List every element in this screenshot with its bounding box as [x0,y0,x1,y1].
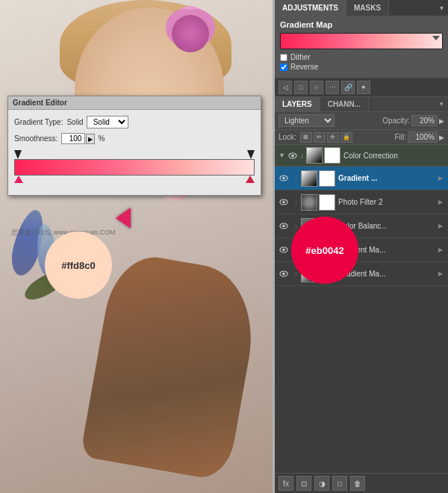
layer-2-name: Photo Filter 2 [338,198,437,206]
blend-mode-row: Lighten Normal Multiply Screen Overlay O… [275,112,448,130]
layer-5-more-btn[interactable]: ▶ [437,269,444,279]
gradient-preview-dropdown[interactable] [432,36,440,40]
layers-panel: ◁ □ ○ ⋯ 🔗 ✦ LAYERS CHANN... ▾ Lighten No… [275,78,448,493]
tab-layers[interactable]: LAYERS [275,97,320,111]
gradient-bar[interactable] [14,159,255,176]
add-layer-style-btn[interactable]: fx [279,476,293,491]
dither-checkbox[interactable] [280,54,287,61]
group-eye-icon[interactable] [287,150,298,161]
layers-tool-btn-1[interactable]: ◁ [279,81,292,94]
delete-layer-btn[interactable]: 🗑 [350,476,365,491]
svg-point-7 [282,225,285,228]
new-layer-btn[interactable]: □ [332,476,347,491]
opacity-arrow[interactable]: ▶ [439,117,444,125]
gradient-editor-dialog: Gradient Editor Gradient Type: Solid Sol… [7,96,261,196]
canvas-overlay [0,0,273,493]
reverse-row: Reverse [280,63,443,71]
gradient-options: Dither Reverse [280,53,443,71]
gradient-editor-body: Gradient Type: Solid Solid Noise Smoothn… [8,110,261,195]
layer-1-name: Gradient ... [338,174,437,182]
group-thumb-1 [306,147,323,164]
reverse-label[interactable]: Reverse [290,63,318,71]
layer-3-name: Color Balanc... [338,222,437,230]
adjustments-tabs: ADJUSTMENTS MASKS ▾ [275,0,448,16]
color-swatch-right: #eb0042 [291,217,358,284]
group-thumb-2 [324,147,340,164]
smoothness-arrow-btn[interactable]: ▶ [86,134,95,144]
gradient-map-title: Gradient Map [280,20,443,29]
layer-1-thumb-1 [301,170,317,187]
layer-1-eye[interactable] [279,173,289,184]
lock-all-btn[interactable]: 🔒 [340,132,352,143]
layer-2-eye[interactable] [279,197,289,208]
dither-label[interactable]: Dither [290,53,311,61]
gradient-preview-wrapper [280,33,443,49]
layer-group-header[interactable]: ▼ ↓ Color Correction [275,145,448,167]
layer-item-1[interactable]: ↓ Gradient ... ▶ [275,167,448,190]
reverse-checkbox[interactable] [280,63,287,71]
left-stop-arrow-indicator [116,208,131,229]
layers-toolbar: ◁ □ ○ ⋯ 🔗 ✦ [275,78,448,97]
fill-label: Fill: [394,133,406,141]
smoothness-label: Smoothness: [14,134,57,143]
layer-2-more-btn[interactable]: ▶ [437,197,444,208]
stop-marker-opacity-right[interactable] [247,150,255,159]
lock-position-btn[interactable]: ✛ [327,132,339,143]
gradient-editor-header: Gradient Editor [8,96,261,110]
tab-channels[interactable]: CHANN... [320,97,369,111]
add-mask-btn[interactable]: ⊡ [296,476,311,491]
gradient-type-select[interactable]: Solid Noise [87,116,128,128]
layer-3-eye[interactable] [279,221,289,232]
lock-label: Lock: [279,133,296,141]
tab-masks[interactable]: MASKS [346,0,389,16]
lock-fill-row: Lock: ⊠ ✏ ✛ 🔒 Fill: 100% ▶ [275,130,448,145]
smoothness-value: 100 [61,133,85,144]
stop-marker-color-left[interactable] [14,176,23,186]
group-link-icon: ↓ [300,152,305,159]
layer-1-link: ↓ [292,173,299,184]
layer-1-more-btn[interactable]: ▶ [437,173,444,184]
layers-tool-btn-4[interactable]: ⋯ [326,81,339,94]
gradient-map-section: Gradient Map Dither Reverse [275,16,448,78]
panel-collapse-btn[interactable]: ▾ [435,0,448,16]
lock-icons: ⊠ ✏ ✛ 🔒 [300,132,352,143]
fill-arrow[interactable]: ▶ [439,134,444,141]
fill-value: 100% [408,131,438,143]
lock-pixels-btn[interactable]: ✏ [314,132,326,143]
svg-point-9 [282,249,285,252]
gradient-stops-top [14,150,255,159]
blend-mode-select[interactable]: Lighten Normal Multiply Screen Overlay [279,114,335,127]
group-arrow-icon: ▼ [279,152,285,159]
new-fill-layer-btn[interactable]: ◑ [314,476,329,491]
gradient-preview-bar[interactable] [280,33,443,49]
opacity-row: Opacity: 20% ▶ [382,115,444,126]
layer-2-link: ↓ [292,197,299,208]
lock-transparent-btn[interactable]: ⊠ [300,132,312,143]
svg-point-11 [282,273,285,276]
layer-1-thumb-2 [319,170,335,187]
layers-tool-btn-2[interactable]: □ [294,81,308,94]
layer-4-eye[interactable] [279,245,289,255]
opacity-value: 20% [411,115,438,126]
tab-adjustments[interactable]: ADJUSTMENTS [275,0,346,16]
canvas-area: 思享设计论坛 www.missvuan.COM #ffd8c0 Gradient… [0,0,273,493]
layer-2-thumbs [301,194,335,211]
stop-arrow-left [14,176,23,183]
group-name: Color Correction [343,152,444,160]
stop-arrow-right [246,176,255,183]
gradient-bar-container [14,150,255,186]
layer-4-more-btn[interactable]: ▶ [437,245,444,255]
layer-item-2[interactable]: ↓ Photo Filter 2 ▶ [275,190,448,214]
gradient-type-row: Gradient Type: Solid Solid Noise [14,116,255,128]
layers-tool-btn-6[interactable]: ✦ [357,81,370,94]
layer-5-eye[interactable] [279,269,289,279]
layers-tool-btn-5[interactable]: 🔗 [341,81,355,94]
color-swatch-left: #ffd8c0 [45,232,112,299]
layers-tool-btn-3[interactable]: ○ [310,81,323,94]
gradient-type-label: Gradient Type: [14,118,63,126]
stop-marker-color-right[interactable] [246,176,255,186]
layer-2-thumb-2 [319,194,335,211]
layers-panel-collapse-btn[interactable]: ▾ [435,97,448,111]
stop-marker-opacity-left[interactable] [14,150,22,159]
layer-3-more-btn[interactable]: ▶ [437,221,444,232]
